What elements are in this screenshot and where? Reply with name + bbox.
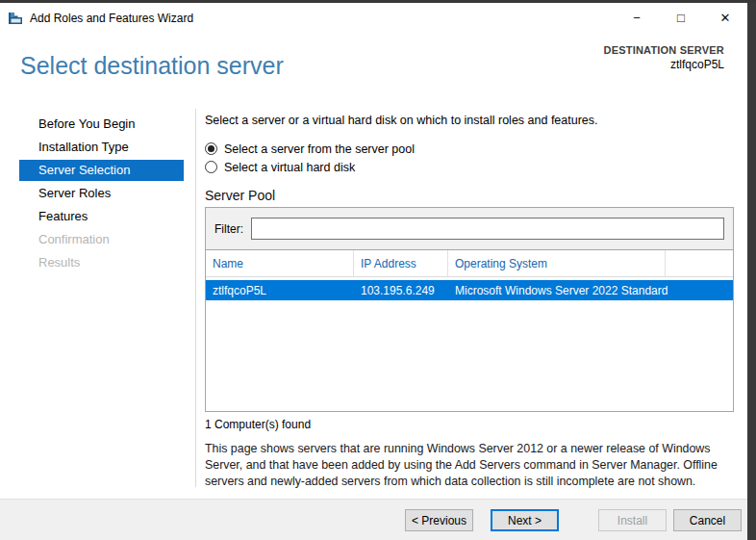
close-icon: ✕ [720,11,731,25]
server-manager-toolbox-icon [8,11,23,26]
minimize-button[interactable]: − [615,3,659,33]
radio-select-server-pool[interactable]: Select a server from the server pool [205,140,734,158]
wizard-header: Select destination server DESTINATION SE… [0,33,747,106]
radio-unselected-icon [205,161,217,173]
intro-text: Select a server or a virtual hard disk o… [205,114,734,127]
sidebar-item-server-roles[interactable]: Server Roles [19,183,184,204]
sidebar-item-installation-type[interactable]: Installation Type [19,137,184,158]
wizard-footer: < Previous Next > Install Cancel [0,499,747,540]
cancel-button[interactable]: Cancel [673,509,742,531]
sidebar-item-results: Results [19,252,184,273]
computers-found-text: 1 Computer(s) found [205,418,734,431]
sidebar-item-server-selection[interactable]: Server Selection [19,160,184,181]
column-header-name[interactable]: Name [206,250,354,276]
filter-label: Filter: [214,222,243,236]
minimize-icon: − [633,11,641,25]
server-pool-table: Name IP Address Operating System ztlfqco… [205,250,734,412]
sidebar-divider [195,109,196,487]
destination-server-label: DESTINATION SERVER [604,44,724,56]
wizard-content: Select a server or a virtual hard disk o… [205,106,734,490]
close-button[interactable]: ✕ [703,3,747,33]
destination-server-block: DESTINATION SERVER ztlfqcoP5L [604,44,724,71]
titlebar: Add Roles and Features Wizard − □ ✕ [0,3,747,33]
next-button[interactable]: Next > [491,509,559,531]
wizard-steps-sidebar: Before You Begin Installation Type Serve… [0,106,195,275]
server-os-cell: Microsoft Windows Server 2022 Standard [448,284,733,297]
page-description: This page shows servers that are running… [205,441,732,490]
column-header-operating-system[interactable]: Operating System [448,250,666,276]
server-ip-cell: 103.195.6.249 [354,284,448,297]
desktop-background-right-strip [747,0,756,540]
maximize-button[interactable]: □ [659,3,703,33]
column-header-spacer [666,250,733,276]
page-title: Select destination server [20,52,284,80]
sidebar-item-confirmation: Confirmation [19,229,184,250]
previous-button[interactable]: < Previous [405,509,473,531]
wizard-window: Add Roles and Features Wizard − □ ✕ Sele… [0,3,747,540]
server-name-cell: ztlfqcoP5L [206,284,354,297]
table-body: ztlfqcoP5L 103.195.6.249 Microsoft Windo… [206,277,733,411]
radio-select-virtual-hard-disk[interactable]: Select a virtual hard disk [205,158,734,176]
destination-server-name: ztlfqcoP5L [604,58,724,71]
table-header-row: Name IP Address Operating System [206,250,733,277]
sidebar-item-before-you-begin[interactable]: Before You Begin [19,114,184,135]
window-controls: − □ ✕ [615,3,747,33]
window-title: Add Roles and Features Wizard [30,12,193,25]
filter-input[interactable] [251,218,724,240]
radio-select-server-pool-label: Select a server from the server pool [224,142,415,156]
install-button: Install [598,509,667,531]
maximize-icon: □ [677,11,685,25]
wizard-main: Before You Begin Installation Type Serve… [0,106,747,499]
server-pool-title: Server Pool [205,188,734,203]
destination-radio-group: Select a server from the server pool Sel… [205,140,734,176]
server-pool-filter-box: Filter: [205,207,734,250]
desktop-background-top-strip [0,0,756,3]
table-row-server[interactable]: ztlfqcoP5L 103.195.6.249 Microsoft Windo… [206,280,733,300]
radio-select-virtual-hard-disk-label: Select a virtual hard disk [224,161,355,174]
column-header-ip-address[interactable]: IP Address [354,250,448,276]
radio-selected-icon [205,142,217,155]
sidebar-item-features[interactable]: Features [19,206,184,227]
